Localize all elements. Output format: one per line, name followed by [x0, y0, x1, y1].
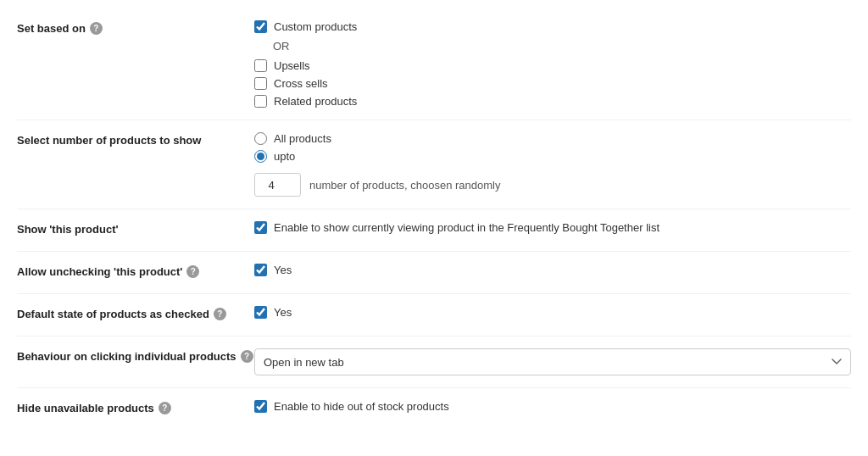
upto-radio-label: upto — [274, 150, 295, 163]
upsells-checkbox[interactable] — [254, 59, 267, 72]
default-state-row: Default state of products as checked ? Y… — [17, 294, 851, 336]
hide-unavailable-checkbox-label: Enable to hide out of stock products — [274, 400, 449, 413]
behaviour-clicking-content: Open in new tab Open in same tab — [254, 348, 851, 375]
custom-products-checkbox[interactable] — [254, 20, 267, 33]
hide-unavailable-label: Hide unavailable products ? — [17, 400, 254, 414]
select-number-content: All products upto number of products, ch… — [254, 132, 851, 197]
default-state-help-icon[interactable]: ? — [214, 308, 226, 320]
hide-unavailable-checkbox-row: Enable to hide out of stock products — [254, 400, 851, 413]
set-based-on-row: Set based on ? Custom products OR Upsell… — [17, 8, 851, 120]
hide-unavailable-checkbox[interactable] — [254, 400, 267, 413]
hide-unavailable-row: Hide unavailable products ? Enable to hi… — [17, 388, 851, 431]
or-label: OR — [273, 40, 851, 53]
custom-products-row: Custom products — [254, 20, 851, 33]
hide-unavailable-help-icon[interactable]: ? — [159, 402, 171, 414]
show-this-product-row: Show 'this product' Enable to show curre… — [17, 209, 851, 252]
allow-unchecking-checkbox[interactable] — [254, 264, 267, 276]
upto-radio-row: upto — [254, 150, 851, 163]
number-row: number of products, choosen randomly — [254, 173, 851, 197]
allow-unchecking-content: Yes — [254, 264, 851, 276]
cross-sells-label: Cross sells — [274, 77, 328, 90]
allow-unchecking-label: Allow unchecking 'this product' ? — [17, 264, 254, 278]
show-this-product-checkbox-label: Enable to show currently viewing product… — [274, 221, 659, 234]
show-this-product-checkbox[interactable] — [254, 221, 267, 234]
allow-unchecking-checkbox-label: Yes — [274, 264, 292, 276]
set-based-on-content: Custom products OR Upsells Cross sells R… — [254, 20, 851, 108]
show-this-product-checkbox-row: Enable to show currently viewing product… — [254, 221, 851, 234]
default-state-checkbox-label: Yes — [274, 306, 292, 319]
related-products-label: Related products — [274, 95, 357, 108]
number-suffix-label: number of products, choosen randomly — [309, 179, 500, 192]
allow-unchecking-help-icon[interactable]: ? — [186, 265, 199, 278]
upsells-row: Upsells — [254, 59, 851, 72]
related-products-row: Related products — [254, 95, 851, 108]
behaviour-clicking-help-icon[interactable]: ? — [241, 350, 253, 363]
cross-sells-checkbox[interactable] — [254, 77, 267, 90]
related-products-checkbox[interactable] — [254, 95, 267, 108]
default-state-label: Default state of products as checked ? — [17, 306, 254, 320]
default-state-checkbox[interactable] — [254, 306, 267, 319]
set-based-on-help-icon[interactable]: ? — [90, 22, 103, 35]
select-number-row: Select number of products to show All pr… — [17, 120, 851, 209]
set-based-on-label: Set based on ? — [17, 20, 254, 35]
hide-unavailable-content: Enable to hide out of stock products — [254, 400, 851, 413]
behaviour-clicking-dropdown[interactable]: Open in new tab Open in same tab — [254, 348, 851, 375]
show-this-product-content: Enable to show currently viewing product… — [254, 221, 851, 234]
behaviour-clicking-label: Behaviour on clicking individual product… — [17, 348, 254, 363]
upto-radio[interactable] — [254, 150, 267, 163]
all-products-radio[interactable] — [254, 132, 267, 145]
all-products-radio-row: All products — [254, 132, 851, 145]
allow-unchecking-checkbox-row: Yes — [254, 264, 851, 276]
behaviour-clicking-row: Behaviour on clicking individual product… — [17, 336, 851, 388]
number-input[interactable] — [254, 173, 301, 197]
settings-container: Set based on ? Custom products OR Upsell… — [0, 0, 868, 439]
default-state-content: Yes — [254, 306, 851, 319]
allow-unchecking-row: Allow unchecking 'this product' ? Yes — [17, 252, 851, 294]
show-this-product-label: Show 'this product' — [17, 221, 254, 236]
custom-products-label: Custom products — [274, 20, 357, 33]
all-products-radio-label: All products — [274, 132, 331, 145]
upsells-label: Upsells — [274, 59, 310, 72]
default-state-checkbox-row: Yes — [254, 306, 851, 319]
select-number-label: Select number of products to show — [17, 132, 254, 147]
cross-sells-row: Cross sells — [254, 77, 851, 90]
